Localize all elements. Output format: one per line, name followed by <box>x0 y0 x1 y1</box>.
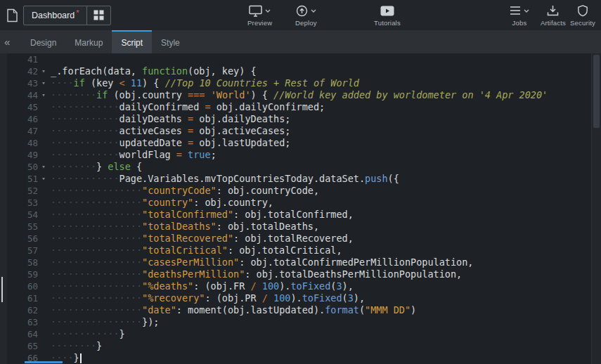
indent-whitespace-dots: ················ <box>51 316 142 327</box>
horizontal-scrollbar-thumb[interactable] <box>25 361 63 363</box>
code-text: ················"totalCritical": obj.tot… <box>49 245 342 256</box>
security-label: Security <box>570 19 595 27</box>
indent-whitespace-dots: ················ <box>51 209 142 220</box>
fold-gutter-spacer <box>38 245 49 256</box>
editor-lines: 4142▾_.forEach(data, function(obj, key) … <box>7 53 591 364</box>
code-token: 3 <box>336 280 342 292</box>
fold-toggle-icon[interactable]: ▾ <box>38 173 49 185</box>
fold-gutter-spacer <box>38 280 49 292</box>
code-line-57[interactable]: 57················"totalCritical": obj.t… <box>7 245 591 256</box>
code-line-64[interactable]: 64············} <box>7 328 591 340</box>
fold-gutter-spacer <box>38 256 49 268</box>
chevron-down-icon[interactable] <box>524 9 529 13</box>
left-strip-scroll-handle[interactable] <box>1 277 3 302</box>
code-line-60[interactable]: 60················"%deaths": (obj.FR / 1… <box>7 280 591 292</box>
fold-toggle-icon[interactable]: ▾ <box>38 161 49 173</box>
page-selector-label-wrap[interactable]: Dashboard* <box>24 6 86 25</box>
code-line-55[interactable]: 55················"totalDeaths": obj.tot… <box>7 221 591 233</box>
code-token: "deathsPerMillion" <box>142 268 245 280</box>
line-number: 64 <box>7 328 38 340</box>
tutorials-button[interactable]: Tutorials <box>374 4 401 27</box>
code-line-50[interactable]: 50▾········} else { <box>7 161 591 173</box>
code-token: : obj.countryCode, <box>217 185 319 196</box>
code-text: ············Page.Variables.mvTopCountrie… <box>49 173 399 185</box>
deploy-button[interactable]: Deploy <box>295 4 317 27</box>
code-line-61[interactable]: 61················"%recovery": (obj.PR /… <box>7 292 591 304</box>
code-token: 'World' <box>211 89 251 100</box>
artifacts-button[interactable]: Artifacts <box>541 4 566 27</box>
vertical-scrollbar-thumb[interactable] <box>593 55 600 128</box>
code-token: "country" <box>142 197 193 208</box>
line-number: 45 <box>7 101 38 113</box>
fold-toggle-icon[interactable]: ▾ <box>38 65 49 77</box>
line-number: 46 <box>7 113 38 125</box>
code-token: ), <box>354 292 365 304</box>
code-text: ················"%deaths": (obj.FR / 100… <box>49 280 354 292</box>
code-token: : obj.totalDeaths, <box>217 221 319 232</box>
code-text: ················"country": obj.country, <box>49 197 273 209</box>
line-number: 61 <box>7 292 38 304</box>
page-selector-chip[interactable]: Dashboard* <box>23 6 111 25</box>
code-token: : obj.totalConfirmed, <box>233 209 354 220</box>
code-line-59[interactable]: 59················"deathsPerMillion": ob… <box>7 268 591 280</box>
chevron-down-icon[interactable] <box>265 9 271 13</box>
code-token: worldFlag <box>119 149 176 160</box>
tab-script[interactable]: Script <box>112 30 152 53</box>
fold-gutter-spacer <box>38 185 49 197</box>
code-line-43[interactable]: 43▾····if (key < 11) { //Top 10 Countrie… <box>7 77 591 89</box>
code-token: ({ <box>388 173 399 184</box>
code-token <box>205 89 210 100</box>
fold-gutter-spacer <box>38 268 49 280</box>
code-line-49[interactable]: 49············worldFlag = true; <box>7 149 591 161</box>
code-line-46[interactable]: 46············dailyDeaths = obj.dailyDea… <box>7 113 591 125</box>
code-token: "totalCritical" <box>142 245 228 256</box>
code-token: _.forEach(data, <box>51 65 142 77</box>
code-line-58[interactable]: 58················"casesPerMillion": obj… <box>7 256 591 268</box>
code-line-48[interactable]: 48············updatedDate = obj.lastUpda… <box>7 137 591 149</box>
chevron-down-icon[interactable] <box>311 9 316 13</box>
fold-gutter-spacer <box>38 149 49 161</box>
code-token: true <box>188 149 211 160</box>
line-number: 57 <box>7 245 38 256</box>
code-token: < <box>119 77 125 89</box>
code-line-42[interactable]: 42▾_.forEach(data, function(obj, key) { <box>7 65 591 77</box>
code-line-65[interactable]: 65········} <box>7 340 591 352</box>
code-line-45[interactable]: 45············dailyConfirmed = obj.daily… <box>7 101 591 113</box>
line-number: 56 <box>7 233 38 245</box>
line-number: 62 <box>7 304 38 316</box>
indent-whitespace-dots: ············ <box>51 101 119 112</box>
jobs-list-icon <box>510 6 521 15</box>
code-line-41[interactable]: 41 <box>7 53 591 65</box>
security-button[interactable]: Security <box>570 4 595 27</box>
jobs-label: Jobs <box>512 19 527 27</box>
vertical-scrollbar[interactable] <box>591 53 601 364</box>
tab-markup[interactable]: Markup <box>65 30 112 53</box>
fold-toggle-icon[interactable]: ▾ <box>38 89 49 101</box>
collapse-panel-button[interactable]: « <box>0 30 21 53</box>
code-line-51[interactable]: 51▾············Page.Variables.mvTopCount… <box>7 173 591 185</box>
pages-grid-button[interactable] <box>87 6 110 25</box>
code-line-44[interactable]: 44▾········if (obj.country === 'World') … <box>7 89 591 101</box>
unsaved-marker: * <box>76 8 79 17</box>
code-line-52[interactable]: 52················"countryCode": obj.cou… <box>7 185 591 197</box>
line-number: 63 <box>7 316 38 328</box>
fold-gutter-spacer <box>38 53 49 65</box>
code-line-62[interactable]: 62················"date": moment(obj.las… <box>7 304 591 316</box>
code-line-56[interactable]: 56················"totalRecovered": obj.… <box>7 233 591 245</box>
code-line-53[interactable]: 53················"country": obj.country… <box>7 197 591 209</box>
indent-whitespace-dots: ············ <box>51 125 119 136</box>
preview-button[interactable]: Preview <box>247 4 272 27</box>
code-token: else <box>108 161 131 172</box>
code-line-66[interactable]: 66····} <box>7 352 591 364</box>
tab-design[interactable]: Design <box>21 30 65 53</box>
code-token: ), <box>342 280 354 292</box>
fold-toggle-icon[interactable]: ▾ <box>38 77 49 89</box>
code-token: //Top 10 Countries + Rest of World <box>165 77 359 89</box>
code-line-54[interactable]: 54················"totalConfirmed": obj.… <box>7 209 591 221</box>
jobs-button[interactable]: Jobs <box>510 4 529 27</box>
tab-script-label: Script <box>121 38 143 48</box>
code-token <box>268 292 273 304</box>
code-line-63[interactable]: 63················}); <box>7 316 591 328</box>
tab-style[interactable]: Style <box>152 30 189 53</box>
code-line-47[interactable]: 47············activeCases = obj.activeCa… <box>7 125 591 137</box>
